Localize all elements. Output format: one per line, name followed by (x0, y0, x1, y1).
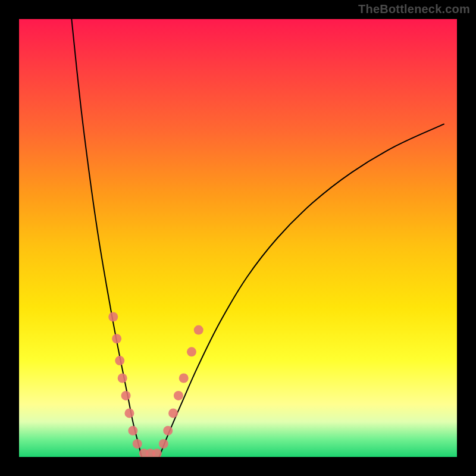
marker-dot (112, 334, 121, 343)
marker-dot (168, 408, 178, 418)
curve-right-curve (159, 124, 444, 457)
marker-dot (179, 374, 189, 383)
marker-dot (159, 439, 168, 449)
marker-dot (118, 374, 127, 383)
marker-dot (174, 391, 183, 400)
marker-dot (194, 325, 203, 335)
watermark-text: TheBottleneck.com (358, 2, 470, 16)
plot-area (19, 19, 457, 457)
marker-dot (121, 391, 131, 400)
marker-dot (152, 449, 162, 457)
marker-dot (115, 356, 124, 365)
curve-left-curve (71, 19, 142, 457)
curve-layer (19, 19, 457, 457)
marker-dot (124, 408, 134, 418)
chart-stage: TheBottleneck.com (0, 0, 476, 476)
marker-dot (187, 347, 196, 356)
marker-dot (128, 426, 137, 436)
marker-dot (108, 312, 118, 321)
marker-dot (133, 439, 142, 449)
marker-dot (163, 426, 173, 436)
